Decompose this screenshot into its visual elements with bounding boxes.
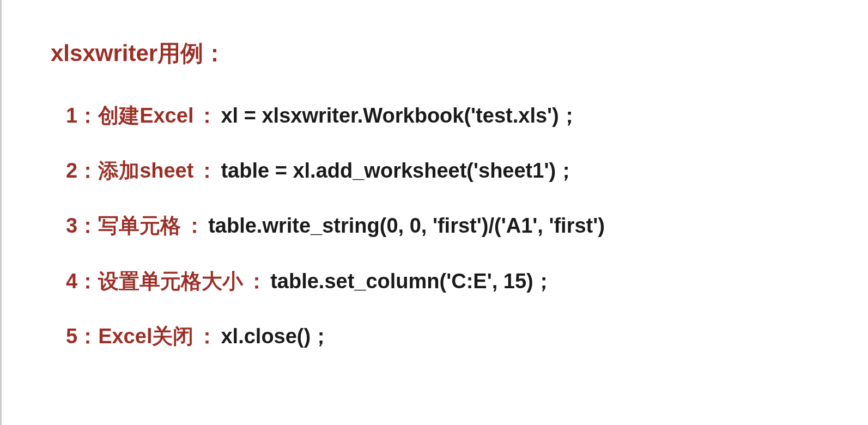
list-item: 1： 创建Excel ： xl = xlsxwriter.Workbook('t…: [66, 101, 868, 130]
item-number: 4：: [66, 267, 98, 296]
item-colon: ：: [197, 101, 217, 130]
item-label: 添加sheet: [98, 156, 193, 185]
item-number: 3：: [66, 211, 98, 240]
document-title: xlsxwriter用例：: [51, 38, 868, 69]
item-label: 设置单元格大小: [98, 267, 243, 296]
item-number: 1：: [66, 101, 98, 130]
list-item: 5： Excel关闭 ： xl.close()；: [66, 322, 868, 351]
item-code: table.write_string(0, 0, 'first')/('A1',…: [208, 211, 605, 240]
item-colon: ：: [184, 211, 205, 240]
item-label: Excel关闭: [98, 322, 193, 351]
list-item: 4： 设置单元格大小 ： table.set_column('C:E', 15)…: [66, 267, 868, 296]
item-code: table.set_column('C:E', 15)；: [270, 267, 554, 296]
item-code: table = xl.add_worksheet('sheet1')；: [221, 156, 576, 185]
item-colon: ：: [197, 156, 217, 185]
item-colon: ：: [246, 267, 267, 296]
item-label: 创建Excel: [98, 101, 193, 130]
item-code: xl.close()；: [221, 322, 331, 351]
item-label: 写单元格: [98, 211, 181, 240]
item-number: 5：: [66, 322, 98, 351]
list-item: 2： 添加sheet ： table = xl.add_worksheet('s…: [66, 156, 868, 185]
list-item: 3： 写单元格 ： table.write_string(0, 0, 'firs…: [66, 211, 868, 240]
item-number: 2：: [66, 156, 98, 185]
steps-list: 1： 创建Excel ： xl = xlsxwriter.Workbook('t…: [51, 101, 868, 351]
document-content: xlsxwriter用例： 1： 创建Excel ： xl = xlsxwrit…: [2, 0, 868, 351]
item-colon: ：: [197, 322, 217, 351]
item-code: xl = xlsxwriter.Workbook('test.xls')；: [221, 101, 579, 130]
